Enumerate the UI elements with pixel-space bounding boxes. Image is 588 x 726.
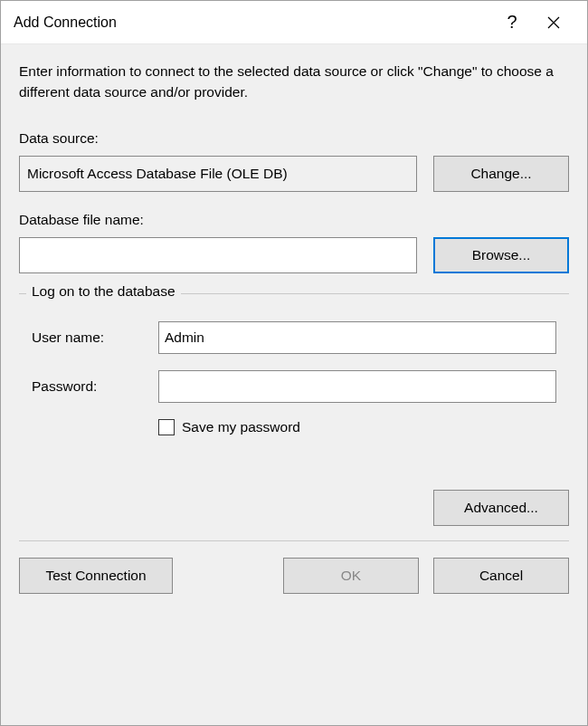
ok-button[interactable]: OK [283, 558, 419, 594]
db-file-label: Database file name: [19, 212, 569, 228]
save-password-checkbox[interactable] [158, 419, 175, 435]
footer: Test Connection OK Cancel [19, 558, 569, 612]
dialog-content: Enter information to connect to the sele… [1, 44, 587, 725]
db-file-input[interactable] [19, 237, 417, 273]
password-input[interactable] [158, 370, 556, 403]
add-connection-dialog: Add Connection ? Enter information to co… [0, 0, 588, 726]
test-connection-button[interactable]: Test Connection [19, 558, 173, 594]
username-input[interactable] [158, 321, 556, 354]
username-label: User name: [32, 330, 158, 346]
logon-group: Log on to the database User name: Passwo… [19, 293, 569, 444]
close-button[interactable] [533, 8, 574, 37]
intro-text: Enter information to connect to the sele… [19, 61, 569, 103]
save-password-label: Save my password [182, 419, 300, 435]
separator [19, 540, 569, 541]
browse-button[interactable]: Browse... [433, 237, 569, 273]
titlebar: Add Connection ? [1, 1, 587, 44]
data-source-field: Microsoft Access Database File (OLE DB) [19, 156, 417, 192]
help-button[interactable]: ? [491, 8, 533, 37]
dialog-title: Add Connection [14, 14, 491, 31]
cancel-button[interactable]: Cancel [433, 558, 569, 594]
data-source-label: Data source: [19, 130, 569, 147]
data-source-value: Microsoft Access Database File (OLE DB) [27, 166, 288, 182]
close-icon [547, 16, 560, 29]
password-label: Password: [32, 378, 158, 395]
logon-legend: Log on to the database [26, 283, 181, 300]
change-button[interactable]: Change... [433, 156, 569, 192]
help-icon: ? [507, 12, 517, 33]
advanced-button[interactable]: Advanced... [433, 490, 569, 526]
